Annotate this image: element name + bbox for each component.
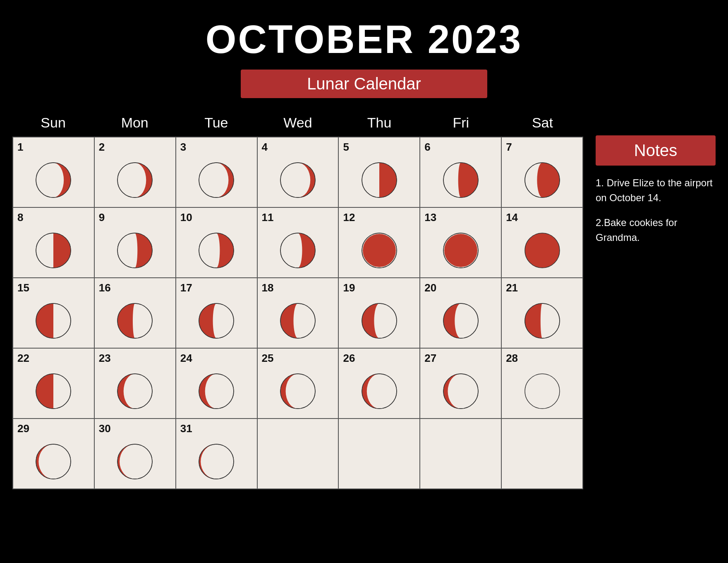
svg-point-28: [525, 233, 560, 268]
day-number: 7: [506, 141, 512, 154]
calendar-cell-8: 8: [13, 208, 95, 278]
moon-phase-5: [359, 155, 400, 205]
day-header-sun: Sun: [12, 111, 94, 137]
day-headers: SunMonTueWedThuFriSat: [12, 111, 583, 137]
day-number: 30: [99, 422, 111, 435]
calendar-grid: 1 2 3 4 5 6 7 8: [12, 137, 583, 489]
moon-phase-22: [33, 366, 74, 416]
calendar-cell: [420, 419, 502, 489]
day-number: 12: [343, 211, 355, 224]
calendar-cell-22: 22: [13, 349, 95, 419]
moon-phase-19: [359, 296, 400, 345]
day-number: 5: [343, 141, 349, 154]
day-header-tue: Tue: [175, 111, 257, 137]
moon-phase-4: [277, 155, 318, 205]
calendar-cell-27: 27: [420, 349, 502, 419]
moon-phase-18: [277, 296, 318, 345]
moon-phase-25: [277, 366, 318, 416]
calendar-cell-16: 16: [95, 278, 176, 349]
calendar-cell: [339, 419, 420, 489]
calendar-cell-26: 26: [339, 349, 420, 419]
day-number: 27: [424, 352, 436, 365]
calendar-cell-11: 11: [258, 208, 339, 278]
svg-point-23: [363, 234, 396, 267]
calendar-cell-19: 19: [339, 278, 420, 349]
moon-phase-9: [114, 226, 156, 275]
calendar-cell-3: 3: [176, 137, 258, 208]
day-number: 23: [99, 352, 111, 365]
day-number: 20: [424, 282, 436, 294]
moon-phase-24: [196, 366, 237, 416]
moon-phase-8: [33, 226, 74, 275]
calendar-cell-17: 17: [176, 278, 258, 349]
moon-phase-31: [196, 437, 237, 486]
calendar-cell-31: 31: [176, 419, 258, 489]
calendar: SunMonTueWedThuFriSat 1 2 3 4 5 6 7: [12, 111, 583, 489]
day-number: 15: [17, 282, 29, 294]
page-title: OCTOBER 2023: [206, 17, 523, 62]
day-number: 18: [262, 282, 274, 294]
day-number: 1: [17, 141, 23, 154]
day-number: 9: [99, 211, 105, 224]
day-number: 2: [99, 141, 105, 154]
calendar-cell-1: 1: [13, 137, 95, 208]
note-item-1: 1. Drive Elize to the airport on October…: [596, 176, 716, 205]
day-header-sat: Sat: [502, 111, 583, 137]
main-area: SunMonTueWedThuFriSat 1 2 3 4 5 6 7: [12, 111, 716, 489]
day-header-thu: Thu: [339, 111, 420, 137]
calendar-cell-12: 12: [339, 208, 420, 278]
day-number: 4: [262, 141, 268, 154]
moon-phase-15: [33, 296, 74, 345]
calendar-cell-6: 6: [420, 137, 502, 208]
calendar-cell-14: 14: [502, 208, 583, 278]
moon-phase-30: [114, 437, 156, 486]
day-number: 29: [17, 422, 29, 435]
calendar-cell-9: 9: [95, 208, 176, 278]
moon-phase-28: [522, 366, 563, 416]
calendar-cell-13: 13: [420, 208, 502, 278]
calendar-cell-29: 29: [13, 419, 95, 489]
moon-phase-20: [440, 296, 481, 345]
day-number: 21: [506, 282, 518, 294]
moon-phase-26: [359, 366, 400, 416]
calendar-cell: [502, 419, 583, 489]
calendar-cell-30: 30: [95, 419, 176, 489]
calendar-cell-24: 24: [176, 349, 258, 419]
moon-phase-27: [440, 366, 481, 416]
calendar-cell-15: 15: [13, 278, 95, 349]
moon-phase-14: [522, 226, 563, 275]
day-header-wed: Wed: [257, 111, 338, 137]
day-number: 24: [180, 352, 192, 365]
day-number: 28: [506, 352, 518, 365]
calendar-cell-21: 21: [502, 278, 583, 349]
moon-phase-7: [522, 155, 563, 205]
day-number: 8: [17, 211, 23, 224]
day-number: 25: [262, 352, 274, 365]
calendar-cell-2: 2: [95, 137, 176, 208]
moon-phase-17: [196, 296, 237, 345]
day-number: 14: [506, 211, 518, 224]
notes-panel: Notes 1. Drive Elize to the airport on O…: [596, 135, 716, 255]
moon-phase-21: [522, 296, 563, 345]
day-number: 31: [180, 422, 192, 435]
subtitle-bar: Lunar Calendar: [241, 70, 487, 98]
svg-point-26: [444, 234, 477, 267]
moon-phase-2: [114, 155, 156, 205]
day-number: 19: [343, 282, 355, 294]
moon-phase-6: [440, 155, 481, 205]
notes-content: 1. Drive Elize to the airport on October…: [596, 176, 716, 245]
day-number: 6: [424, 141, 430, 154]
moon-phase-11: [277, 226, 318, 275]
calendar-cell-18: 18: [258, 278, 339, 349]
calendar-cell-25: 25: [258, 349, 339, 419]
moon-phase-12: [359, 226, 400, 275]
day-header-mon: Mon: [94, 111, 175, 137]
day-number: 10: [180, 211, 192, 224]
svg-point-55: [525, 374, 560, 409]
moon-phase-23: [114, 366, 156, 416]
day-header-fri: Fri: [420, 111, 502, 137]
day-number: 11: [262, 211, 274, 224]
calendar-cell-23: 23: [95, 349, 176, 419]
notes-header: Notes: [596, 135, 716, 166]
moon-phase-16: [114, 296, 156, 345]
